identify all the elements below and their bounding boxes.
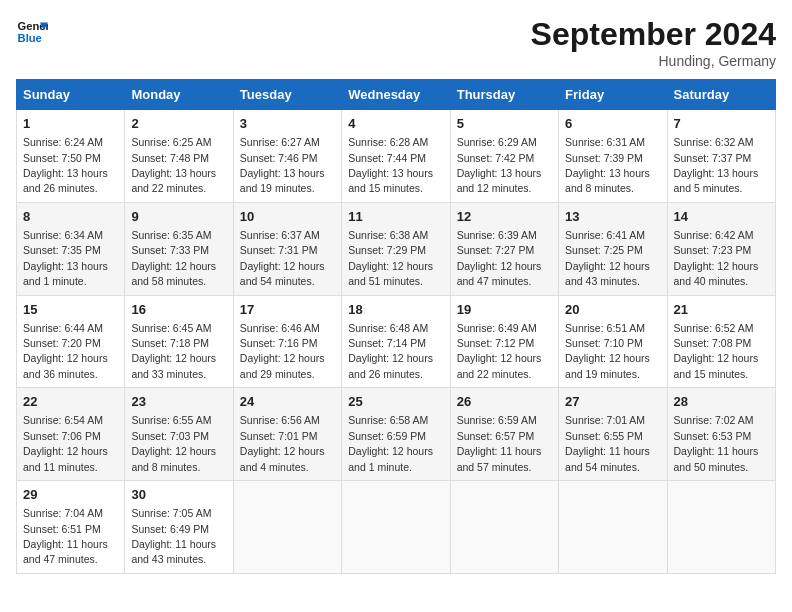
day-info: and 19 minutes. (565, 368, 640, 380)
header-saturday: Saturday (667, 80, 775, 110)
table-row: 20Sunrise: 6:51 AMSunset: 7:10 PMDayligh… (559, 295, 667, 388)
day-info: Sunrise: 6:25 AM (131, 136, 211, 148)
header-tuesday: Tuesday (233, 80, 341, 110)
day-info: Daylight: 12 hours (23, 352, 108, 364)
day-info: Sunrise: 6:29 AM (457, 136, 537, 148)
day-info: Daylight: 12 hours (348, 445, 433, 457)
day-info: Daylight: 12 hours (348, 352, 433, 364)
day-info: Daylight: 13 hours (131, 167, 216, 179)
day-info: Daylight: 13 hours (23, 167, 108, 179)
header-thursday: Thursday (450, 80, 558, 110)
day-info: Daylight: 13 hours (457, 167, 542, 179)
day-number: 7 (674, 115, 769, 133)
day-number: 30 (131, 486, 226, 504)
day-info: Sunrise: 6:24 AM (23, 136, 103, 148)
day-number: 17 (240, 301, 335, 319)
day-info: and 22 minutes. (457, 368, 532, 380)
table-row: 10Sunrise: 6:37 AMSunset: 7:31 PMDayligh… (233, 202, 341, 295)
day-number: 11 (348, 208, 443, 226)
svg-text:Blue: Blue (18, 32, 42, 44)
day-info: Sunrise: 6:38 AM (348, 229, 428, 241)
table-row: 8Sunrise: 6:34 AMSunset: 7:35 PMDaylight… (17, 202, 125, 295)
day-info: and 12 minutes. (457, 182, 532, 194)
day-info: Sunrise: 6:49 AM (457, 322, 537, 334)
day-number: 20 (565, 301, 660, 319)
table-row (559, 481, 667, 574)
day-info: and 43 minutes. (131, 553, 206, 565)
day-number: 13 (565, 208, 660, 226)
table-row (233, 481, 341, 574)
day-number: 28 (674, 393, 769, 411)
calendar-week-5: 29Sunrise: 7:04 AMSunset: 6:51 PMDayligh… (17, 481, 776, 574)
day-number: 3 (240, 115, 335, 133)
table-row: 1Sunrise: 6:24 AMSunset: 7:50 PMDaylight… (17, 110, 125, 203)
day-info: Sunrise: 6:27 AM (240, 136, 320, 148)
day-info: Sunrise: 6:39 AM (457, 229, 537, 241)
day-info: Sunrise: 6:45 AM (131, 322, 211, 334)
day-info: Sunrise: 6:28 AM (348, 136, 428, 148)
day-info: and 47 minutes. (457, 275, 532, 287)
day-info: Sunset: 7:35 PM (23, 244, 101, 256)
day-info: Sunrise: 6:58 AM (348, 414, 428, 426)
day-info: Daylight: 12 hours (348, 260, 433, 272)
day-number: 23 (131, 393, 226, 411)
calendar-week-2: 8Sunrise: 6:34 AMSunset: 7:35 PMDaylight… (17, 202, 776, 295)
table-row: 23Sunrise: 6:55 AMSunset: 7:03 PMDayligh… (125, 388, 233, 481)
day-info: and 22 minutes. (131, 182, 206, 194)
day-number: 26 (457, 393, 552, 411)
day-info: Daylight: 12 hours (240, 260, 325, 272)
day-info: Sunrise: 7:01 AM (565, 414, 645, 426)
day-info: Daylight: 12 hours (674, 352, 759, 364)
day-info: Sunrise: 6:44 AM (23, 322, 103, 334)
table-row: 13Sunrise: 6:41 AMSunset: 7:25 PMDayligh… (559, 202, 667, 295)
day-info: and 1 minute. (348, 461, 412, 473)
day-info: Sunset: 6:59 PM (348, 430, 426, 442)
day-info: Sunset: 7:27 PM (457, 244, 535, 256)
day-info: Sunset: 7:39 PM (565, 152, 643, 164)
day-info: Sunrise: 7:02 AM (674, 414, 754, 426)
day-info: Sunrise: 6:37 AM (240, 229, 320, 241)
day-number: 29 (23, 486, 118, 504)
day-info: Sunset: 7:44 PM (348, 152, 426, 164)
day-info: Daylight: 11 hours (565, 445, 650, 457)
day-info: Sunset: 7:33 PM (131, 244, 209, 256)
table-row: 17Sunrise: 6:46 AMSunset: 7:16 PMDayligh… (233, 295, 341, 388)
table-row: 11Sunrise: 6:38 AMSunset: 7:29 PMDayligh… (342, 202, 450, 295)
day-info: and 15 minutes. (674, 368, 749, 380)
day-info: Sunset: 7:08 PM (674, 337, 752, 349)
table-row: 28Sunrise: 7:02 AMSunset: 6:53 PMDayligh… (667, 388, 775, 481)
day-info: Daylight: 12 hours (131, 445, 216, 457)
day-info: Sunrise: 6:55 AM (131, 414, 211, 426)
day-info: Daylight: 12 hours (240, 352, 325, 364)
table-row: 19Sunrise: 6:49 AMSunset: 7:12 PMDayligh… (450, 295, 558, 388)
day-info: Daylight: 12 hours (23, 445, 108, 457)
day-number: 10 (240, 208, 335, 226)
day-info: Sunset: 7:20 PM (23, 337, 101, 349)
day-info: and 4 minutes. (240, 461, 309, 473)
day-info: Sunrise: 6:59 AM (457, 414, 537, 426)
day-info: and 51 minutes. (348, 275, 423, 287)
day-info: and 43 minutes. (565, 275, 640, 287)
day-info: Sunrise: 6:31 AM (565, 136, 645, 148)
day-info: Sunset: 7:29 PM (348, 244, 426, 256)
day-number: 2 (131, 115, 226, 133)
table-row: 3Sunrise: 6:27 AMSunset: 7:46 PMDaylight… (233, 110, 341, 203)
day-info: Sunset: 6:49 PM (131, 523, 209, 535)
day-info: and 5 minutes. (674, 182, 743, 194)
day-info: and 57 minutes. (457, 461, 532, 473)
day-info: and 8 minutes. (565, 182, 634, 194)
day-info: Sunset: 7:31 PM (240, 244, 318, 256)
logo: General Blue (16, 16, 48, 48)
day-info: Sunrise: 6:54 AM (23, 414, 103, 426)
day-number: 16 (131, 301, 226, 319)
day-info: and 36 minutes. (23, 368, 98, 380)
table-row (450, 481, 558, 574)
day-info: Sunset: 7:48 PM (131, 152, 209, 164)
day-info: Daylight: 13 hours (565, 167, 650, 179)
day-info: and 8 minutes. (131, 461, 200, 473)
day-number: 9 (131, 208, 226, 226)
day-number: 19 (457, 301, 552, 319)
table-row: 16Sunrise: 6:45 AMSunset: 7:18 PMDayligh… (125, 295, 233, 388)
day-info: and 29 minutes. (240, 368, 315, 380)
day-info: Sunset: 6:57 PM (457, 430, 535, 442)
